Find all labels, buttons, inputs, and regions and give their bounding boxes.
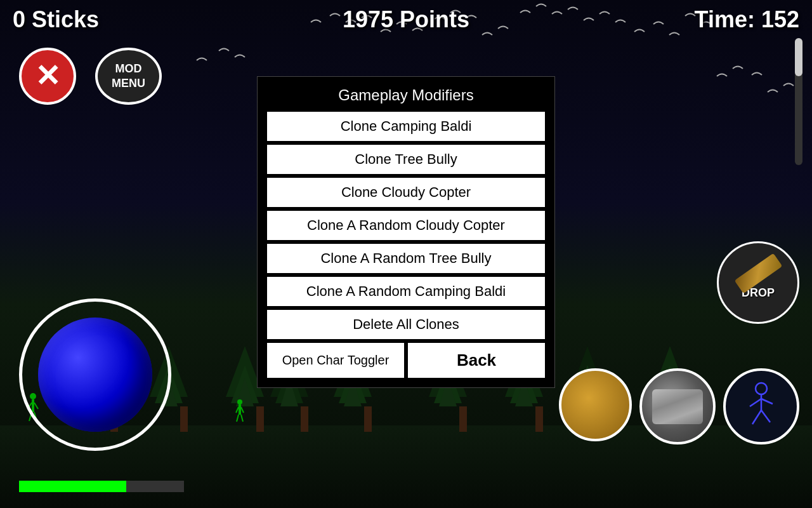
clone-random-cloudy-copter-button[interactable]: Clone A Random Cloudy Copter bbox=[267, 211, 545, 240]
open-char-toggler-button[interactable]: Open Char Toggler bbox=[267, 343, 404, 378]
mirror-image bbox=[652, 389, 703, 424]
clone-random-tree-bully-button[interactable]: Clone A Random Tree Bully bbox=[267, 244, 545, 273]
bg-character-2 bbox=[235, 399, 245, 427]
stick-figure-svg bbox=[741, 381, 782, 432]
svg-line-20 bbox=[750, 399, 761, 406]
clone-camping-baldi-button[interactable]: Clone Camping Baldi bbox=[267, 112, 545, 141]
modal-title: Gameplay Modifiers bbox=[267, 86, 545, 104]
progress-bar-fill bbox=[19, 481, 126, 492]
ball-container bbox=[19, 298, 171, 451]
svg-line-11 bbox=[241, 415, 243, 422]
svg-point-18 bbox=[756, 383, 767, 394]
gameplay-modifiers-modal: Gameplay Modifiers Clone Camping Baldi C… bbox=[257, 76, 555, 388]
svg-line-10 bbox=[237, 415, 239, 422]
clone-random-camping-baldi-button[interactable]: Clone A Random Camping Baldi bbox=[267, 277, 545, 306]
svg-line-9 bbox=[241, 407, 244, 413]
delete-all-clones-button[interactable]: Delete All Clones bbox=[267, 310, 545, 339]
progress-bar-container bbox=[19, 481, 184, 492]
svg-line-22 bbox=[752, 410, 761, 424]
svg-line-8 bbox=[236, 407, 239, 413]
clone-tree-bully-button[interactable]: Clone Tree Bully bbox=[267, 145, 545, 174]
blue-ball bbox=[38, 318, 152, 432]
mod-menu-button[interactable]: MODMENU bbox=[95, 48, 162, 105]
mirror-circle[interactable] bbox=[639, 368, 716, 444]
clone-cloudy-copter-button[interactable]: Clone Cloudy Copter bbox=[267, 178, 545, 207]
svg-line-21 bbox=[761, 399, 773, 404]
scrollbar[interactable] bbox=[795, 38, 802, 165]
hud-sticks: 0 Sticks bbox=[13, 6, 99, 33]
drop-button[interactable]: DROP bbox=[717, 241, 799, 324]
svg-rect-7 bbox=[239, 404, 241, 415]
scrollbar-thumb[interactable] bbox=[795, 38, 802, 76]
character-circle-1[interactable] bbox=[559, 368, 632, 441]
close-button[interactable]: ✕ bbox=[19, 48, 76, 105]
hud-time: Time: 152 bbox=[695, 6, 799, 33]
close-icon: ✕ bbox=[35, 61, 60, 91]
back-button[interactable]: Back bbox=[408, 343, 545, 378]
svg-line-23 bbox=[761, 410, 770, 422]
hud-points: 1975 Points bbox=[343, 6, 469, 33]
right-circles-row bbox=[559, 368, 799, 444]
mod-menu-label: MODMENU bbox=[112, 62, 145, 91]
stick-figure-circle[interactable] bbox=[723, 368, 799, 444]
svg-point-6 bbox=[237, 399, 242, 404]
